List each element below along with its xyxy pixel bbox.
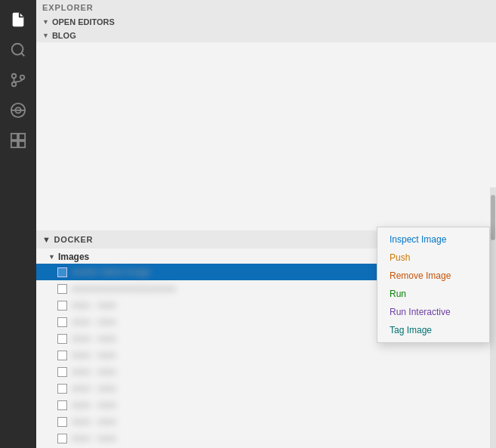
- svg-point-3: [12, 82, 17, 87]
- row-name: xxxx - xxxx: [72, 416, 490, 427]
- row-checkbox: [57, 334, 67, 344]
- row-checkbox: [57, 400, 67, 410]
- debug-icon[interactable]: [5, 97, 32, 124]
- svg-rect-8: [11, 134, 17, 140]
- images-label: Images: [58, 252, 89, 262]
- docker-header-left: ▼ DOCKER: [42, 235, 93, 244]
- row-checkbox: [57, 301, 67, 311]
- svg-point-0: [12, 44, 23, 55]
- tag-image-menu-item[interactable]: Tag Image: [377, 321, 489, 339]
- svg-rect-11: [19, 141, 25, 147]
- files-icon[interactable]: [5, 6, 32, 33]
- row-checkbox: [57, 317, 67, 327]
- svg-point-2: [12, 74, 17, 79]
- row-checkbox: [57, 351, 67, 360]
- row-name: xxxx - xxxx: [72, 400, 490, 410]
- git-icon[interactable]: [5, 66, 32, 94]
- blog-label: BLOG: [52, 31, 76, 40]
- run-interactive-menu-item[interactable]: Run Interactive: [377, 303, 489, 321]
- table-row[interactable]: xxxx - xxxx: [36, 380, 496, 397]
- remove-image-menu-item[interactable]: Remove Image: [377, 267, 489, 285]
- table-row[interactable]: xxxx - xxxx: [36, 397, 496, 413]
- table-row[interactable]: xxxx - xxxx: [36, 413, 496, 430]
- open-editors-label: OPEN EDITORS: [52, 17, 115, 26]
- explorer-header: EXPLORER: [36, 0, 496, 15]
- row-checkbox: [57, 284, 67, 294]
- row-name: xxxx - xxxx: [72, 350, 490, 360]
- context-menu: Inspect Image Push Remove Image Run Run …: [377, 227, 490, 343]
- blog-arrow: ▼: [42, 32, 49, 39]
- row-checkbox: [57, 384, 67, 394]
- svg-point-4: [20, 76, 25, 80]
- inspect-image-menu-item[interactable]: Inspect Image: [377, 230, 489, 249]
- search-icon[interactable]: [5, 36, 32, 63]
- row-name: xxxx - xxxx: [72, 433, 490, 443]
- open-editors-section[interactable]: ▼ OPEN EDITORS: [36, 15, 496, 29]
- extensions-icon[interactable]: [5, 127, 32, 154]
- docker-label: DOCKER: [54, 235, 94, 244]
- open-editors-arrow: ▼: [42, 18, 49, 26]
- table-row[interactable]: xxxx - xxxx: [36, 347, 496, 363]
- svg-rect-10: [11, 141, 17, 147]
- blog-section[interactable]: ▼ BLOG: [36, 29, 496, 42]
- push-menu-item[interactable]: Push: [377, 249, 489, 267]
- explorer-empty-area: [36, 42, 496, 230]
- images-arrow: ▼: [48, 253, 55, 261]
- docker-arrow: ▼: [42, 235, 51, 244]
- row-checkbox: [57, 417, 67, 427]
- row-name: xxxx - xxxx: [72, 366, 490, 377]
- scrollbar-thumb: [491, 195, 495, 240]
- scrollbar[interactable]: [490, 187, 496, 448]
- activity-bar: [0, 0, 36, 448]
- run-menu-item[interactable]: Run: [377, 285, 489, 303]
- row-checkbox: [57, 434, 67, 443]
- table-row[interactable]: xxxx - xxxx: [36, 430, 496, 446]
- row-checkbox: [57, 267, 67, 277]
- svg-line-1: [21, 53, 24, 56]
- main-content: EXPLORER ▼ OPEN EDITORS ▼ BLOG ▼ DOCKER …: [36, 0, 496, 448]
- table-row[interactable]: xxxx - xxxx: [36, 363, 496, 380]
- row-checkbox: [57, 367, 67, 377]
- svg-rect-9: [19, 134, 25, 140]
- row-name: xxxx - xxxx: [72, 383, 490, 394]
